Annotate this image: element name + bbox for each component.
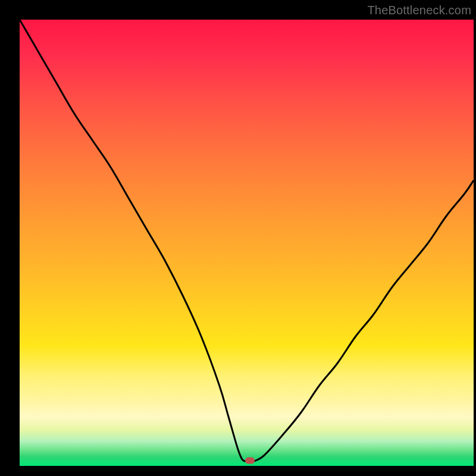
plot-area [20,20,474,466]
optimal-marker [245,458,255,464]
bottleneck-curve [20,20,474,462]
curve-svg [20,20,474,466]
watermark-text: TheBottleneck.com [367,4,471,17]
chart-frame: TheBottleneck.com [0,0,476,476]
